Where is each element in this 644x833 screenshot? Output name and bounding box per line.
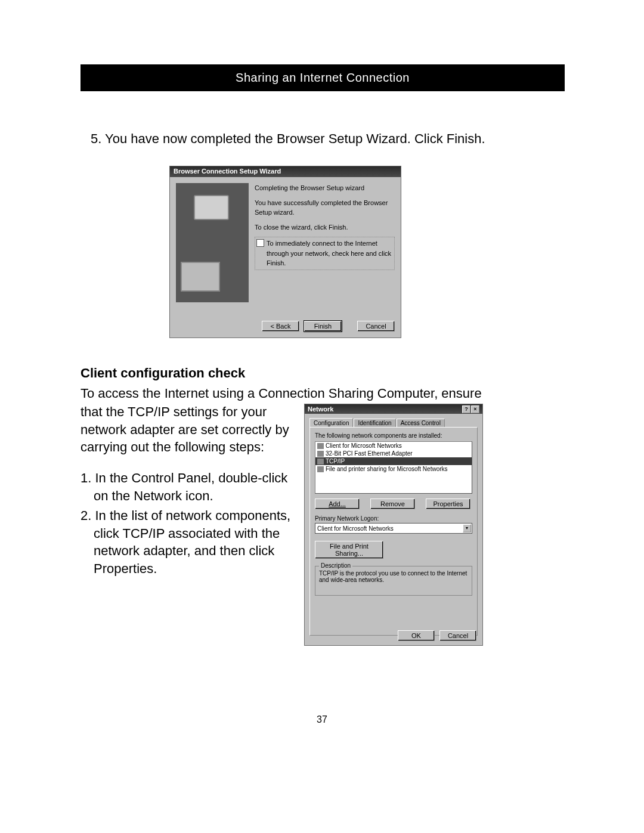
list-item[interactable]: 32-Bit PCI Fast Ethernet Adapter: [315, 450, 472, 457]
browser-setup-wizard-dialog: Browser Connection Setup Wizard Completi…: [169, 166, 401, 338]
primary-logon-dropdown[interactable]: Client for Microsoft Networks ▾: [315, 523, 472, 534]
tab-row: Configuration Identification Access Cont…: [309, 417, 478, 427]
window-buttons: ? ×: [462, 405, 479, 413]
protocol-icon: [317, 459, 324, 465]
finish-button[interactable]: Finish: [304, 321, 342, 332]
description-text: TCP/IP is the protocol you use to connec…: [319, 570, 468, 583]
wizard-close-hint: To close the wizard, click Finish.: [255, 222, 395, 233]
remove-button[interactable]: Remove: [370, 498, 415, 509]
net-cancel-button[interactable]: Cancel: [439, 630, 476, 641]
wizard-body: Completing the Browser Setup wizard You …: [170, 177, 401, 302]
list-item-label: 32-Bit PCI Fast Ethernet Adapter: [326, 450, 413, 457]
chevron-down-icon[interactable]: ▾: [463, 524, 471, 532]
back-button[interactable]: < Back: [262, 321, 299, 332]
intro-paragraph-rest: that the TCP/IP settings for your networ…: [80, 403, 292, 456]
configuration-panel: The following network components are ins…: [309, 427, 478, 636]
connect-now-label: To immediately connect to the Internet t…: [267, 239, 393, 268]
step-5-text: 5. You have now completed the Browser Se…: [91, 130, 544, 148]
wizard-checkbox-row[interactable]: To immediately connect to the Internet t…: [255, 237, 395, 270]
network-titlebar: Network ? ×: [305, 404, 482, 414]
step-2-text: 2. In the list of network components, cl…: [80, 507, 292, 578]
close-icon[interactable]: ×: [471, 405, 479, 413]
section-heading: Client configuration check: [80, 366, 245, 381]
components-label: The following network components are ins…: [315, 432, 472, 439]
list-item-label: TCP/IP: [326, 458, 345, 465]
network-dialog: Network ? × Configuration Identification…: [304, 404, 483, 646]
description-legend: Description: [319, 562, 352, 569]
wizard-illustration: [176, 183, 249, 302]
tab-configuration[interactable]: Configuration: [309, 418, 353, 428]
list-item-label: File and printer sharing for Microsoft N…: [326, 466, 448, 472]
page-number: 37: [0, 714, 644, 725]
network-title-text: Network: [308, 405, 333, 413]
file-print-sharing-button[interactable]: File and Print Sharing...: [315, 541, 383, 559]
service-icon: [317, 466, 324, 472]
wizard-text-panel: Completing the Browser Setup wizard You …: [255, 183, 395, 302]
dropdown-value: Client for Microsoft Networks: [317, 525, 394, 532]
components-listbox[interactable]: Client for Microsoft Networks 32-Bit PCI…: [315, 441, 472, 494]
add-button[interactable]: Add...: [315, 498, 360, 509]
wizard-success-text: You have successfully completed the Brow…: [255, 198, 395, 218]
step-1-text: 1. In the Control Panel, double-click on…: [80, 469, 292, 504]
component-button-row: Add... Remove Properties: [315, 498, 472, 509]
list-item-selected[interactable]: TCP/IP: [315, 457, 472, 465]
intro-paragraph-line1: To access the Internet using a Connectio…: [80, 385, 564, 402]
adapter-icon: [317, 451, 324, 457]
properties-button[interactable]: Properties: [426, 498, 470, 509]
help-icon[interactable]: ?: [462, 405, 470, 413]
connect-now-checkbox[interactable]: [256, 239, 264, 247]
client-icon: [317, 443, 324, 449]
list-item-label: Client for Microsoft Networks: [326, 442, 402, 449]
ok-button[interactable]: OK: [398, 630, 435, 641]
primary-logon-label: Primary Network Logon:: [315, 515, 472, 522]
network-footer-buttons: OK Cancel: [398, 630, 476, 641]
wizard-heading: Completing the Browser Setup wizard: [255, 183, 395, 193]
description-fieldset: Description TCP/IP is the protocol you u…: [315, 566, 472, 596]
wizard-titlebar: Browser Connection Setup Wizard: [170, 166, 401, 177]
list-item[interactable]: Client for Microsoft Networks: [315, 442, 472, 450]
cancel-button[interactable]: Cancel: [357, 321, 395, 332]
wizard-button-row: < Back Finish Cancel: [262, 321, 395, 332]
page-header: Sharing an Internet Connection: [80, 64, 565, 91]
list-item[interactable]: File and printer sharing for Microsoft N…: [315, 465, 472, 473]
